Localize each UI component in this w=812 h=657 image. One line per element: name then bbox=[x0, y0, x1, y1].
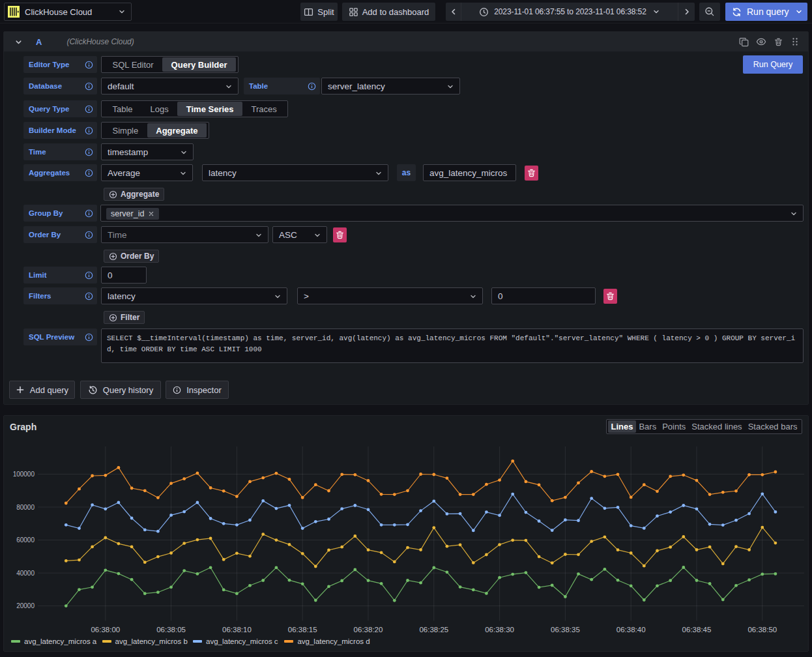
svg-text:06:38:05: 06:38:05 bbox=[156, 626, 186, 634]
svg-text:06:38:40: 06:38:40 bbox=[616, 626, 646, 634]
svg-text:06:38:15: 06:38:15 bbox=[288, 626, 317, 634]
svg-text:06:38:30: 06:38:30 bbox=[485, 626, 514, 634]
svg-text:06:38:20: 06:38:20 bbox=[354, 626, 383, 634]
svg-text:60000: 60000 bbox=[16, 536, 35, 544]
svg-text:06:38:00: 06:38:00 bbox=[91, 626, 120, 634]
svg-text:100000: 100000 bbox=[13, 471, 35, 478]
svg-text:06:38:10: 06:38:10 bbox=[222, 626, 252, 634]
svg-text:06:38:45: 06:38:45 bbox=[682, 626, 712, 634]
svg-text:06:38:25: 06:38:25 bbox=[419, 626, 448, 634]
svg-text:20000: 20000 bbox=[16, 602, 35, 609]
svg-text:40000: 40000 bbox=[16, 570, 35, 577]
svg-text:06:38:50: 06:38:50 bbox=[747, 626, 777, 634]
svg-text:06:38:35: 06:38:35 bbox=[551, 626, 580, 634]
svg-text:80000: 80000 bbox=[16, 504, 35, 511]
